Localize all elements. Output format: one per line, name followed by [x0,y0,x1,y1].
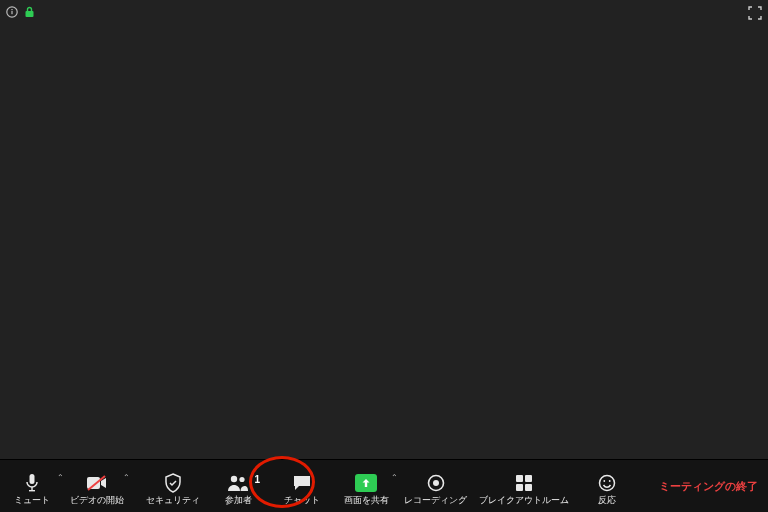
lock-icon [24,6,35,18]
breakout-label: ブレイクアウトルーム [479,494,569,506]
security-button[interactable]: セキュリティ [140,468,206,512]
shield-icon [164,472,182,494]
svg-point-12 [433,480,439,486]
fullscreen-icon[interactable] [748,6,762,20]
svg-point-17 [600,476,615,491]
svg-rect-13 [516,475,523,482]
svg-rect-5 [31,487,32,490]
reactions-label: 反応 [598,494,616,506]
svg-point-9 [231,476,237,482]
breakout-rooms-button[interactable]: ブレイクアウトルーム [473,468,575,512]
meeting-toolbar: ⌃ ミュート ⌃ ビデオの開始 セキュリティ [0,459,768,512]
participants-label: 参加者 [225,494,252,506]
chevron-up-icon[interactable]: ⌃ [57,472,64,484]
mute-label: ミュート [14,494,50,506]
chevron-up-icon[interactable]: ⌃ [123,472,130,484]
security-label: セキュリティ [146,494,200,506]
microphone-icon [24,472,40,494]
chat-button[interactable]: チャット [270,468,334,512]
chevron-up-icon[interactable]: ⌃ [391,472,398,484]
mute-button[interactable]: ⌃ ミュート [0,468,64,512]
meeting-window: ⌃ ミュート ⌃ ビデオの開始 セキュリティ [0,0,768,512]
svg-rect-16 [525,484,532,491]
start-video-button[interactable]: ⌃ ビデオの開始 [64,468,130,512]
participants-icon [226,472,250,494]
share-screen-button[interactable]: ⌃ 画面を共有 [334,468,398,512]
record-icon [427,472,445,494]
svg-rect-4 [30,474,35,484]
participants-button[interactable]: 1 参加者 [206,468,270,512]
record-label: レコーディング [404,494,467,506]
svg-rect-14 [525,475,532,482]
video-off-icon [86,472,108,494]
svg-rect-15 [516,484,523,491]
svg-rect-6 [29,490,35,491]
info-icon[interactable] [6,6,18,18]
record-button[interactable]: レコーディング [398,468,473,512]
svg-rect-3 [26,11,34,17]
breakout-icon [515,472,533,494]
participants-count: 1 [254,474,260,486]
svg-point-18 [603,480,605,482]
chat-icon [292,472,312,494]
reactions-button[interactable]: 反応 [575,468,639,512]
end-meeting-button[interactable]: ミーティングの終了 [659,479,758,494]
svg-rect-2 [11,9,12,10]
svg-point-19 [609,480,611,482]
smile-icon [598,472,616,494]
chat-label: チャット [284,494,320,506]
share-label: 画面を共有 [344,494,389,506]
svg-rect-1 [11,11,12,14]
share-screen-icon [355,474,377,492]
svg-point-10 [239,477,244,482]
video-label: ビデオの開始 [70,494,124,506]
